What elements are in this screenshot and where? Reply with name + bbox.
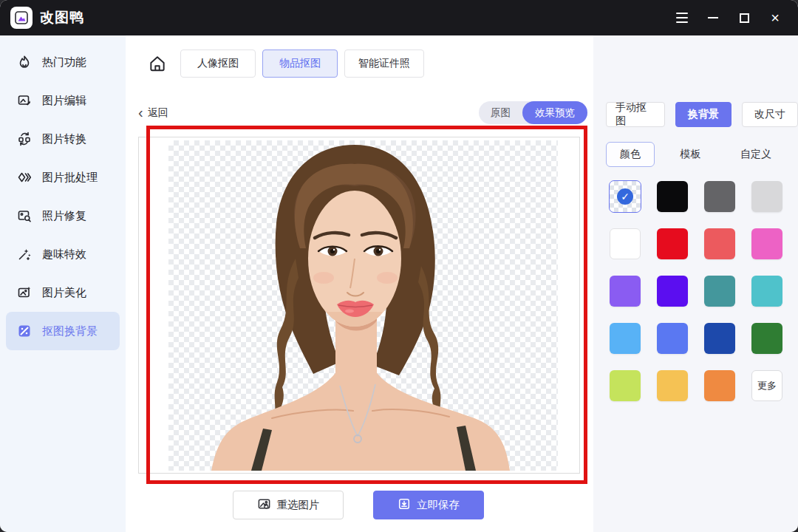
image-edit-icon [16,92,33,109]
app-window: 改图鸭 × 热门功能 [0,0,798,532]
sidebar-item-label: 图片美化 [42,286,86,300]
close-icon[interactable]: × [760,5,791,30]
image-convert-icon [16,131,33,147]
manual-matting-button[interactable]: 手动抠图 [606,102,665,127]
preview-photo [168,140,558,471]
color-swatch[interactable] [704,181,735,212]
sidebar-item-label: 照片修复 [42,209,86,223]
top-nav-row: 人像抠图 物品抠图 智能证件照 [146,50,431,78]
save-now-button[interactable]: 立即保存 [373,491,484,519]
more-colors-button[interactable]: 更多 [751,370,782,401]
color-swatch[interactable] [610,370,641,401]
view-toggle: 原图 效果预览 [479,101,587,124]
sidebar-item-label: 抠图换背景 [42,324,98,338]
color-swatch[interactable] [610,228,641,259]
sidebar-item-hot-features[interactable]: 热门功能 [6,43,120,81]
sidebar-item-label: 图片批处理 [42,171,98,185]
main-content: 人像抠图 物品抠图 智能证件照 ‹ 返回 原图 效果预览 [126,35,593,532]
title-bar: 改图鸭 × [0,0,798,35]
back-label: 返回 [148,106,168,120]
color-swatch[interactable] [704,323,735,354]
sidebar-item-label: 热门功能 [42,55,86,69]
color-swatch[interactable] [657,276,688,307]
sidebar-item-image-convert[interactable]: 图片转换 [6,120,120,158]
sidebar-item-photo-repair[interactable]: 照片修复 [6,197,120,235]
sidebar-item-image-beautify[interactable]: 图片美化 [6,273,120,312]
mode-button-row: 手动抠图 换背景 改尺寸 [606,102,798,127]
check-icon: ✓ [617,188,633,205]
color-swatch[interactable] [657,228,688,259]
image-beautify-icon [16,284,33,301]
color-swatch[interactable] [704,276,735,307]
home-icon[interactable] [146,52,168,75]
color-swatch[interactable] [704,228,735,259]
color-swatch[interactable] [657,323,688,354]
sidebar-item-matting-background[interactable]: 抠图换背景 [6,312,120,350]
sidebar-item-label: 图片转换 [42,132,86,146]
sidebar-item-fun-effects[interactable]: 趣味特效 [6,235,120,273]
toggle-original[interactable]: 原图 [479,101,522,124]
flame-icon [16,54,33,70]
background-tabs: 颜色 模板 自定义 [606,142,785,167]
color-swatch[interactable] [610,323,641,354]
app-logo-icon [10,7,33,29]
save-label: 立即保存 [417,498,460,512]
sidebar-item-image-edit[interactable]: 图片编辑 [6,81,120,120]
download-icon [398,497,411,513]
color-swatch[interactable] [657,370,688,401]
image-icon [257,497,271,514]
tab-id-photo[interactable]: 智能证件照 [344,50,424,78]
color-grid: ✓更多 [610,181,782,401]
minimize-icon[interactable] [698,5,729,30]
color-swatch[interactable] [610,276,641,307]
toggle-effect-preview[interactable]: 效果预览 [522,101,587,124]
tab-color[interactable]: 颜色 [606,142,655,167]
tab-object-matting[interactable]: 物品抠图 [262,50,338,78]
color-swatch[interactable] [751,276,782,307]
maximize-icon[interactable] [729,5,760,30]
resize-button[interactable]: 改尺寸 [742,102,798,127]
reselect-label: 重选图片 [277,498,320,512]
batch-process-icon [16,169,33,185]
photo-repair-icon [16,208,33,224]
tab-template[interactable]: 模板 [666,142,715,167]
color-swatch[interactable] [657,181,688,212]
swatch-transparent[interactable]: ✓ [610,181,641,212]
color-swatch[interactable] [704,370,735,401]
sidebar: 热门功能 图片编辑 [0,35,126,532]
color-swatch[interactable] [751,323,782,354]
change-background-button[interactable]: 换背景 [675,102,732,127]
back-button[interactable]: ‹ 返回 [138,101,168,124]
sidebar-item-label: 图片编辑 [42,94,86,108]
reselect-image-button[interactable]: 重选图片 [233,491,344,519]
sidebar-item-label: 趣味特效 [42,248,86,262]
right-panel: 手动抠图 换背景 改尺寸 颜色 模板 自定义 ✓更多 [593,35,798,532]
tab-custom[interactable]: 自定义 [726,142,785,167]
preview-panel [138,137,580,474]
fun-effects-icon [16,246,33,262]
sidebar-item-batch-process[interactable]: 图片批处理 [6,158,120,197]
chevron-left-icon: ‹ [138,105,143,120]
matting-background-icon [16,323,33,339]
menu-icon[interactable] [666,5,698,30]
tab-portrait-matting[interactable]: 人像抠图 [180,50,256,78]
color-swatch[interactable] [751,181,782,212]
color-swatch[interactable] [751,228,782,259]
transparent-checkerboard [168,140,558,471]
app-title: 改图鸭 [40,8,84,27]
